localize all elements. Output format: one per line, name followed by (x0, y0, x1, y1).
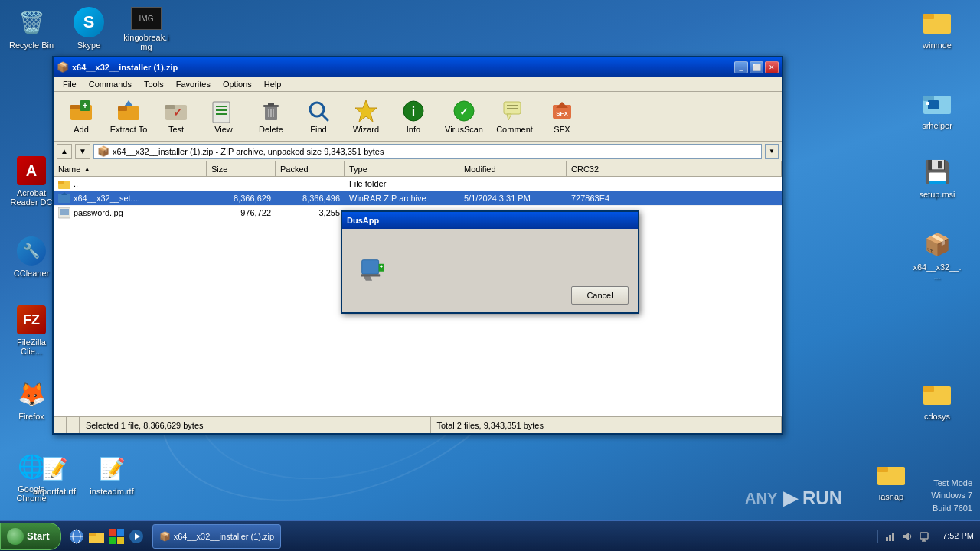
skype-icon: S (74, 7, 104, 37)
virusscan-icon: ✓ (452, 99, 476, 123)
system-tray (877, 530, 936, 543)
desktop-icon-iasnap[interactable]: iasnap (864, 455, 919, 504)
toolbar-virusscan[interactable]: ✓ VirusScan (438, 94, 490, 139)
taskbar-ie-icon[interactable] (67, 527, 86, 546)
menu-favorites[interactable]: Favorites (170, 78, 217, 90)
file-type-cell: WinRAR ZIP archive (345, 193, 459, 204)
col-header-type[interactable]: Type (345, 161, 459, 176)
toolbar-test[interactable]: ✓ Test (153, 94, 199, 139)
winmde-icon (922, 7, 952, 37)
col-header-name[interactable]: Name ▲ (54, 161, 207, 176)
dialog-title: DusApp (347, 216, 379, 225)
filezilla-icon: FZ (17, 305, 46, 334)
anyrun-logo: ANY ▶ RUN (745, 487, 842, 509)
winrar-titlebar: 📦 x64__x32__installer (1).zip _ ⬜ ✕ (54, 57, 782, 77)
taskbar-winrar-item[interactable]: 📦 x64__x32__installer (1).zip (152, 524, 281, 549)
recycle-bin-icon: 🗑️ (16, 7, 47, 37)
toolbar-info-label: Info (407, 125, 420, 134)
file-crc-cell: 727863E4 (567, 193, 782, 204)
desktop-icon-filezilla[interactable]: FZ FileZilla Clie... (4, 302, 59, 359)
menu-options[interactable]: Options (217, 78, 258, 90)
svg-rect-36 (504, 102, 521, 114)
minimize-button[interactable]: _ (734, 61, 748, 73)
address-bar: ▲ ▼ 📦 x64__x32__installer (1).zip - ZIP … (54, 142, 782, 161)
menu-help[interactable]: Help (258, 78, 288, 90)
start-button[interactable]: Start (0, 523, 61, 550)
taskbar-media-icon[interactable] (127, 527, 145, 546)
window-controls: _ ⬜ ✕ (734, 61, 779, 73)
start-label: Start (27, 530, 50, 542)
ccleaner-icon: 🔧 (17, 236, 46, 266)
extract-icon (116, 99, 141, 123)
comment-icon (502, 99, 527, 123)
desktop-icon-skype[interactable]: S Skype (61, 4, 116, 53)
desktop-icon-kingobreak[interactable]: IMG kingobreak.img (119, 4, 174, 54)
taskbar-item-label: x64__x32__installer (1).zip (174, 532, 274, 541)
toolbar-wizard[interactable]: Wizard (343, 94, 389, 139)
file-packed-cell (276, 183, 345, 184)
taskbar-windows-icon[interactable] (107, 527, 126, 546)
x64installer-icon: 📦 (922, 229, 952, 259)
desktop-icon-airportfat[interactable]: 📝 airportfat.rtf (27, 450, 82, 499)
desktop-icon-cdosys[interactable]: cdosys (910, 375, 965, 424)
table-row[interactable]: .. File folder (54, 177, 782, 191)
acrobat-icon: A (17, 156, 46, 185)
desktop-icon-winmde[interactable]: winmde (910, 4, 965, 53)
col-header-crc32[interactable]: CRC32 (567, 161, 782, 176)
desktop-icon-acrobat[interactable]: A Acrobat Reader DC (4, 153, 59, 210)
col-header-packed[interactable]: Packed (276, 161, 345, 176)
desktop-icon-setup-msi[interactable]: 💾 setup.msi (910, 153, 965, 202)
menu-tools[interactable]: Tools (138, 78, 170, 90)
ccleaner-label: CCleaner (7, 269, 56, 278)
menu-commands[interactable]: Commands (83, 78, 138, 90)
restore-button[interactable]: ⬜ (750, 61, 763, 73)
desktop-icon-x64installer[interactable]: 📦 x64__x32__.... (910, 226, 965, 284)
desktop-icon-ccleaner[interactable]: 🔧 CCleaner (4, 233, 59, 281)
address-input[interactable]: 📦 x64__x32__installer (1).zip - ZIP arch… (93, 144, 762, 159)
nav-history-button[interactable]: ▼ (75, 144, 90, 159)
desktop-icon-insteadm[interactable]: 📝 insteadm.rtf (84, 450, 139, 499)
toolbar-sfx[interactable]: SFX SFX (539, 94, 585, 139)
toolbar-view[interactable]: View (201, 94, 247, 139)
file-type-cell: File folder (345, 178, 459, 189)
desktop-icon-firefox[interactable]: 🦊 Firefox (4, 375, 59, 424)
nav-up-button[interactable]: ▲ (57, 144, 72, 159)
col-header-size[interactable]: Size (207, 161, 276, 176)
svg-rect-67 (886, 537, 888, 541)
toolbar-comment[interactable]: Comment (492, 94, 537, 139)
svg-text:SFX: SFX (556, 110, 568, 117)
svg-rect-52 (361, 274, 380, 276)
toolbar-find[interactable]: Find (296, 94, 341, 139)
system-clock[interactable]: 7:52 PM (936, 530, 980, 542)
table-row[interactable]: x64__x32__set.... 8,366,629 8,366,496 Wi… (54, 191, 782, 206)
x64installer-label: x64__x32__.... (913, 262, 962, 281)
toolbar-extract[interactable]: Extract To (106, 94, 152, 139)
svg-rect-47 (60, 209, 69, 215)
col-header-modified[interactable]: Modified (459, 161, 567, 176)
close-button[interactable]: ✕ (765, 61, 779, 73)
recycle-bin-label: Recycle Bin (7, 41, 56, 50)
dialog-titlebar: DusApp (342, 212, 638, 229)
toolbar-sfx-label: SFX (554, 125, 570, 134)
desktop-icon-recycle-bin[interactable]: 🗑️ Recycle Bin (4, 4, 59, 53)
toolbar-info[interactable]: i Info (390, 94, 436, 139)
test-mode-notice: Test Mode Windows 7 Build 7601 (931, 477, 972, 515)
iasnap-label: iasnap (867, 492, 916, 501)
toolbar-add-label: Add (74, 125, 89, 134)
tray-network-icon[interactable] (884, 530, 897, 543)
tray-action-center-icon[interactable] (918, 530, 930, 543)
toolbar-delete[interactable]: Delete (248, 94, 294, 139)
cancel-button[interactable]: Cancel (571, 286, 629, 305)
svg-rect-68 (889, 535, 891, 541)
taskbar-folder-icon[interactable] (87, 527, 106, 546)
desktop-icon-srhelper[interactable]: srhelper (910, 84, 965, 133)
toolbar-add[interactable]: + Add (58, 94, 104, 139)
skype-label: Skype (64, 41, 113, 50)
svg-rect-1 (923, 14, 934, 19)
tray-sound-icon[interactable] (901, 530, 913, 543)
svg-text:+: + (82, 100, 87, 111)
toolbar-comment-label: Comment (496, 125, 533, 134)
menu-file[interactable]: File (57, 78, 83, 90)
address-dropdown[interactable]: ▼ (765, 144, 779, 159)
toolbar-test-label: Test (168, 125, 184, 134)
